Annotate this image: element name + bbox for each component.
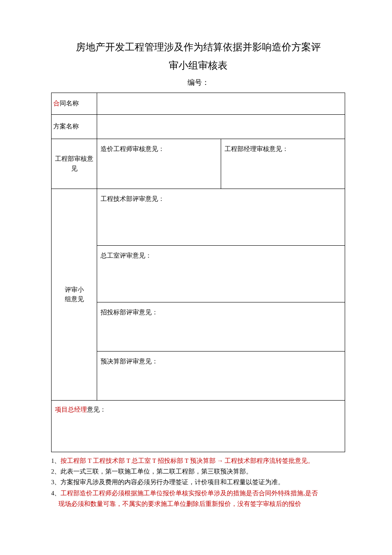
note-1-text: 按工程部 T 工程技术部 T 总工室 T 招投标部 T 预决算部 → 工程技术部… <box>61 457 314 464</box>
note-4-cont: 现场必须和数量可靠，不属实的要求施工单位删除后重新报价，没有签字审核后的报价 <box>51 499 345 509</box>
cell-opinion-bidding: 招投标部评审意见： <box>97 302 345 351</box>
contract-name-rest: 同名称 <box>60 100 79 107</box>
project-mgr-rest: 意见： <box>87 406 106 413</box>
cell-cost-engineer-opinion: 造价工程师审核意见： <box>97 139 221 189</box>
eng-dept-l1: 工程部审核意 <box>55 155 93 162</box>
cell-dept-manager-opinion: 工程部经理审核意见： <box>221 139 345 189</box>
note-3: 3、方案报审凡涉及费用的内容必须另行办理签证，计价项目和工程量以签证为准。 <box>51 477 345 488</box>
review-group-l1: 评审小 <box>65 286 84 293</box>
label-op-budget: 预决算部评审意见： <box>99 354 343 369</box>
label-cost-engineer: 造价工程师审核意见： <box>99 142 219 157</box>
note-2: 2、此表一式三联，第一联施工单位，第二联工程部，第三联预决算部。 <box>51 466 345 477</box>
row-label-review-group: 评审小 组意见 <box>52 189 97 400</box>
label-op-bidding: 招投标部评审意见： <box>99 305 343 320</box>
note-1-prefix: 1、 <box>51 457 61 464</box>
note-1: 1、按工程部 T 工程技术部 T 总工室 T 招投标部 T 预决算部 → 工程技… <box>51 456 345 466</box>
page-title: 房地产开发工程管理涉及作为结算依据并影响造价方案评 审小组审核表 <box>51 38 345 75</box>
title-line2: 审小组审核表 <box>169 60 228 71</box>
row-label-contract-name: 合同名称 <box>52 93 97 114</box>
review-group-l2: 组意见 <box>65 296 84 302</box>
numbering-label: 编号： <box>51 77 345 88</box>
cell-project-manager-opinion: 项目总经理意见： <box>52 400 345 452</box>
cell-opinion-chief: 总工室评审意见： <box>97 245 345 302</box>
label-op-tech: 工程技术部评审意见： <box>99 192 343 206</box>
cell-opinion-tech: 工程技术部评审意见： <box>97 189 345 245</box>
cell-opinion-budget: 预决算部评审意见： <box>97 351 345 400</box>
contract-name-red: 合 <box>53 100 60 107</box>
row-label-plan-name: 方案名称 <box>52 114 97 139</box>
note-4: 4、工程部造价工程师必须根据施工单位报价单核实报价单涉及的措施是否合同外特殊措施… <box>51 488 345 499</box>
note-4-text-a: 工程部造价工程师必须根据施工单位报价单核实报价单涉及的措施是否合同外特殊措施,是… <box>61 490 318 497</box>
notes-section: 1、按工程部 T 工程技术部 T 总工室 T 招投标部 T 预决算部 → 工程技… <box>51 456 345 510</box>
cell-contract-name <box>97 93 345 114</box>
eng-dept-l2: 见 <box>71 165 78 172</box>
title-line1: 房地产开发工程管理涉及作为结算依据并影响造价方案评 <box>76 42 321 52</box>
project-mgr-red: 项目总经理 <box>55 406 87 413</box>
note-4-prefix: 4、 <box>51 490 61 497</box>
review-table: 合同名称 方案名称 工程部审核意 见 造价工程师审核意见： 工程部经理审核意见：… <box>51 93 345 452</box>
label-op-chief: 总工室评审意见： <box>99 248 343 263</box>
cell-plan-name <box>97 114 345 139</box>
row-label-eng-dept: 工程部审核意 见 <box>52 139 97 189</box>
label-dept-manager: 工程部经理审核意见： <box>223 142 343 157</box>
